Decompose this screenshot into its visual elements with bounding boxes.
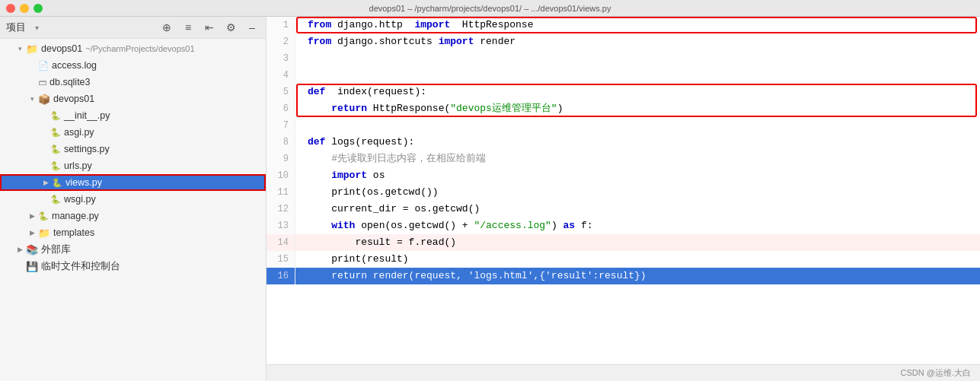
- line-num-7: 7: [267, 117, 295, 134]
- sidebar: 项目 ▾ ⊕ ≡ ⇤ ⚙ – ▾ 📁 devops01 ~/PycharmPro…: [0, 17, 267, 381]
- code-content-6: return HttpResponse("devops运维管理平台"): [295, 100, 980, 117]
- root-path: ~/PycharmProjects/devops01: [85, 44, 194, 53]
- code-content-4: [295, 67, 980, 84]
- item-label-settings-py: settings.py: [64, 144, 110, 154]
- line-num-13: 13: [267, 217, 295, 234]
- code-container[interactable]: 1 from django.http import HttpResponse 2…: [267, 17, 980, 284]
- list-btn[interactable]: ≡: [180, 20, 196, 35]
- file-icon-access-log: 📄: [38, 61, 49, 71]
- file-icon-wsgi-py: 🐍: [50, 195, 61, 205]
- tree-item-urls-py[interactable]: 🐍 urls.py: [0, 157, 266, 174]
- line-num-9: 9: [267, 151, 295, 167]
- item-label-scratch: 临时文件和控制台: [41, 260, 120, 273]
- code-content-15: print(result): [295, 251, 980, 268]
- code-content-5: def index(request):: [295, 84, 980, 100]
- close-sidebar-btn[interactable]: –: [244, 20, 260, 35]
- line-num-1: 1: [267, 17, 295, 33]
- bottom-bar-text: CSDN @运维.大白: [901, 367, 971, 379]
- folder-icon-external-libs: 📚: [26, 244, 38, 256]
- collapse-btn[interactable]: ⇤: [202, 20, 217, 35]
- code-line-13: 13 with open(os.getcwd() + "/access.log"…: [267, 217, 980, 234]
- tree-item-views-py[interactable]: ▶ 🐍 views.py: [0, 174, 266, 191]
- code-line-7: 7: [267, 117, 980, 134]
- code-line-11: 11 print(os.getcwd()): [267, 184, 980, 201]
- sidebar-toolbar: 项目 ▾ ⊕ ≡ ⇤ ⚙ –: [0, 17, 266, 39]
- code-line-1: 1 from django.http import HttpResponse: [267, 17, 980, 33]
- code-line-8: 8 def logs(request):: [267, 134, 980, 151]
- line-num-8: 8: [267, 134, 295, 151]
- folder-icon-scratch: 💾: [26, 261, 38, 272]
- tree-item-manage-py[interactable]: ▶ 🐍 manage.py: [0, 208, 266, 224]
- file-icon-init-py: 🐍: [50, 111, 61, 121]
- line-num-3: 3: [267, 50, 295, 67]
- line-num-15: 15: [267, 251, 295, 268]
- editor-area: 1 from django.http import HttpResponse 2…: [267, 17, 980, 381]
- item-label-external-libs: 外部库: [41, 243, 71, 256]
- folder-icon: 📁: [26, 43, 38, 55]
- expand-arrow-views-py: ▶: [41, 178, 50, 187]
- code-line-4: 4: [267, 67, 980, 84]
- code-content-11: print(os.getcwd()): [295, 184, 980, 201]
- code-line-3: 3: [267, 50, 980, 67]
- item-label-wsgi-py: wsgi.py: [64, 194, 96, 205]
- code-content-7: [295, 117, 980, 134]
- tree-item-scratch[interactable]: 💾 临时文件和控制台: [0, 258, 266, 275]
- file-icon-asgi-py: 🐍: [50, 128, 61, 138]
- item-label-devops01-folder: devops01: [53, 94, 94, 104]
- tree-root[interactable]: ▾ 📁 devops01 ~/PycharmProjects/devops01: [0, 40, 266, 57]
- tree-item-external-libs[interactable]: ▶ 📚 外部库: [0, 241, 266, 258]
- settings-btn[interactable]: ⚙: [223, 20, 238, 35]
- file-icon-views-py: 🐍: [52, 178, 62, 188]
- tree-item-db-sqlite3[interactable]: 🗃 db.sqlite3: [0, 74, 266, 90]
- folder-icon-devops01: 📦: [38, 94, 50, 105]
- window-title: devops01 – /pycharm/projects/devops01/ –…: [369, 4, 611, 13]
- tree-item-templates[interactable]: ▶ 📁 templates: [0, 224, 266, 241]
- line-num-16: 16: [267, 268, 295, 284]
- item-label-init-py: __init__.py: [64, 110, 110, 121]
- title-bar: devops01 – /pycharm/projects/devops01/ –…: [0, 0, 980, 17]
- code-content-8: def logs(request):: [295, 134, 980, 151]
- tree-item-init-py[interactable]: 🐍 __init__.py: [0, 107, 266, 124]
- code-content-14: result = f.read(): [295, 234, 980, 251]
- line-num-14: 14: [267, 234, 295, 251]
- line-num-10: 10: [267, 167, 295, 184]
- code-content-1: from django.http import HttpResponse: [295, 17, 980, 33]
- code-line-5: 5 def index(request):: [267, 84, 980, 100]
- code-line-15: 15 print(result): [267, 251, 980, 268]
- code-content-9: #先读取到日志内容，在相应给前端: [295, 151, 980, 167]
- code-content-3: [295, 50, 980, 67]
- file-icon-manage-py: 🐍: [38, 211, 49, 221]
- line-num-6: 6: [267, 100, 295, 117]
- code-content-12: current_dir = os.getcwd(): [295, 201, 980, 217]
- toolbar-label: 项目: [6, 21, 26, 34]
- line-num-11: 11: [267, 184, 295, 201]
- maximize-button[interactable]: [34, 4, 43, 13]
- expand-arrow-devops01: ▾: [27, 94, 37, 103]
- item-label-asgi-py: asgi.py: [64, 127, 94, 138]
- code-line-12: 12 current_dir = os.getcwd(): [267, 201, 980, 217]
- expand-arrow-external-libs: ▶: [15, 245, 24, 254]
- item-label-views-py: views.py: [65, 177, 102, 188]
- line-num-5: 5: [267, 84, 295, 100]
- file-icon-urls-py: 🐍: [50, 161, 61, 171]
- minimize-button[interactable]: [20, 4, 29, 13]
- file-tree[interactable]: ▾ 📁 devops01 ~/PycharmProjects/devops01 …: [0, 39, 266, 381]
- tree-item-settings-py[interactable]: 🐍 settings.py: [0, 141, 266, 157]
- close-button[interactable]: [6, 4, 15, 13]
- add-btn[interactable]: ⊕: [159, 20, 174, 35]
- tree-item-wsgi-py[interactable]: 🐍 wsgi.py: [0, 191, 266, 208]
- folder-icon-templates: 📁: [38, 227, 50, 239]
- expand-arrow-manage-py: ▶: [27, 211, 37, 221]
- code-content-13: with open(os.getcwd() + "/access.log") a…: [295, 217, 980, 234]
- root-label: devops01: [41, 43, 82, 54]
- code-line-16: 16 return render(request, 'logs.html',{'…: [267, 268, 980, 284]
- bottom-bar: CSDN @运维.大白: [267, 364, 980, 381]
- tree-item-asgi-py[interactable]: 🐍 asgi.py: [0, 124, 266, 141]
- code-line-10: 10 import os: [267, 167, 980, 184]
- code-content-10: import os: [295, 167, 980, 184]
- code-line-2: 2 from django.shortcuts import render: [267, 33, 980, 50]
- tree-item-devops01-folder[interactable]: ▾ 📦 devops01: [0, 90, 266, 107]
- tree-item-access-log[interactable]: 📄 access.log: [0, 57, 266, 74]
- file-icon-settings-py: 🐍: [50, 144, 61, 154]
- line-num-12: 12: [267, 201, 295, 217]
